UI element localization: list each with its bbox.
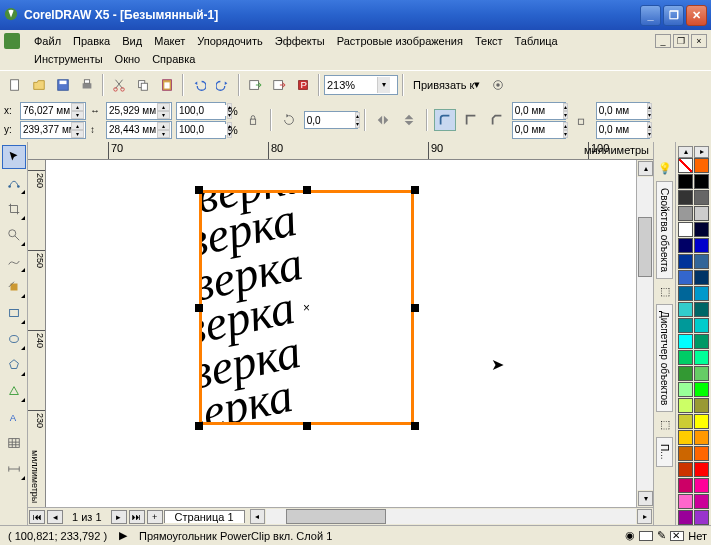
color-swatch[interactable] <box>678 334 693 349</box>
close-button[interactable]: ✕ <box>686 5 707 26</box>
save-button[interactable] <box>52 74 74 96</box>
color-swatch[interactable] <box>678 302 693 317</box>
zoom-combo[interactable]: ▾ <box>324 75 398 95</box>
color-swatch[interactable] <box>694 398 709 413</box>
color-swatch[interactable] <box>694 462 709 477</box>
paste-button[interactable] <box>156 74 178 96</box>
docker-object-properties[interactable]: Свойства объекта <box>656 181 673 279</box>
x-field[interactable]: ▴▾ <box>20 102 86 120</box>
selection-handle[interactable] <box>411 304 419 312</box>
export-button[interactable] <box>268 74 290 96</box>
selection-handle[interactable] <box>195 304 203 312</box>
scroll-down-button[interactable]: ▾ <box>638 491 653 506</box>
color-swatch[interactable] <box>678 238 693 253</box>
lock-ratio-button[interactable] <box>242 109 264 131</box>
new-button[interactable] <box>4 74 26 96</box>
menu-layout[interactable]: Макет <box>148 33 191 49</box>
color-swatch[interactable] <box>694 350 709 365</box>
selection-handle[interactable] <box>195 186 203 194</box>
color-swatch[interactable] <box>678 222 693 237</box>
next-page-button[interactable]: ▸ <box>111 510 127 524</box>
snap-dropdown[interactable]: Привязать к ▾ <box>408 74 485 96</box>
color-swatch[interactable] <box>678 478 693 493</box>
menu-table[interactable]: Таблица <box>509 33 564 49</box>
color-swatch[interactable] <box>678 158 693 173</box>
corner-shape2-button[interactable] <box>460 109 482 131</box>
color-swatch[interactable] <box>678 190 693 205</box>
color-swatch[interactable] <box>694 334 709 349</box>
width-field[interactable]: ▴▾ <box>106 102 172 120</box>
import-button[interactable] <box>244 74 266 96</box>
color-swatch[interactable] <box>678 414 693 429</box>
color-swatch[interactable] <box>694 254 709 269</box>
maximize-button[interactable]: ❐ <box>663 5 684 26</box>
text-tool[interactable]: A <box>2 405 26 429</box>
selection-handle[interactable] <box>303 422 311 430</box>
horizontal-ruler[interactable]: 70 80 90 100 миллиметры <box>28 142 653 160</box>
color-swatch[interactable] <box>678 462 693 477</box>
selection-handle[interactable] <box>195 422 203 430</box>
color-swatch[interactable] <box>678 494 693 509</box>
color-swatch[interactable] <box>694 478 709 493</box>
color-swatch[interactable] <box>678 286 693 301</box>
zoom-tool[interactable] <box>2 223 26 247</box>
color-swatch[interactable] <box>694 222 709 237</box>
scroll-right-button[interactable]: ▸ <box>637 509 652 524</box>
menu-file[interactable]: Файл <box>28 33 67 49</box>
color-swatch[interactable] <box>694 318 709 333</box>
add-page-button[interactable]: + <box>147 510 163 524</box>
ellipse-tool[interactable] <box>2 327 26 351</box>
basic-shapes-tool[interactable] <box>2 379 26 403</box>
options-button[interactable] <box>487 74 509 96</box>
color-swatch[interactable] <box>678 510 693 525</box>
mdi-minimize-button[interactable]: _ <box>655 34 671 48</box>
color-swatch[interactable] <box>678 398 693 413</box>
mirror-v-button[interactable] <box>398 109 420 131</box>
menu-edit[interactable]: Правка <box>67 33 116 49</box>
menu-window[interactable]: Окно <box>109 51 147 67</box>
print-button[interactable] <box>76 74 98 96</box>
color-swatch[interactable] <box>678 446 693 461</box>
first-page-button[interactable]: ⏮ <box>29 510 45 524</box>
color-swatch[interactable] <box>678 206 693 221</box>
cut-button[interactable] <box>108 74 130 96</box>
scroll-thumb[interactable] <box>638 217 652 277</box>
color-swatch[interactable] <box>694 286 709 301</box>
pick-tool[interactable] <box>2 145 26 169</box>
color-swatch[interactable] <box>678 270 693 285</box>
undo-button[interactable] <box>188 74 210 96</box>
crop-tool[interactable] <box>2 197 26 221</box>
color-swatch[interactable] <box>694 158 709 173</box>
color-swatch[interactable] <box>678 350 693 365</box>
copy-button[interactable] <box>132 74 154 96</box>
color-swatch[interactable] <box>694 510 709 525</box>
color-swatch[interactable] <box>694 302 709 317</box>
redo-button[interactable] <box>212 74 234 96</box>
color-swatch[interactable] <box>678 382 693 397</box>
polygon-tool[interactable] <box>2 353 26 377</box>
minimize-button[interactable]: _ <box>640 5 661 26</box>
selection-handle[interactable] <box>411 422 419 430</box>
smart-fill-tool[interactable] <box>2 275 26 299</box>
rotation-field[interactable]: ▴▾ <box>304 111 358 129</box>
color-swatch[interactable] <box>694 190 709 205</box>
canvas[interactable]: роверка роверка роверка роверка роверка … <box>46 160 636 507</box>
dimension-tool[interactable] <box>2 457 26 481</box>
prev-page-button[interactable]: ◂ <box>47 510 63 524</box>
mirror-h-button[interactable] <box>372 109 394 131</box>
hint-icon[interactable]: 💡 <box>658 162 672 175</box>
color-swatch[interactable] <box>694 414 709 429</box>
dropdown-icon[interactable]: ▾ <box>377 77 390 93</box>
corner-tr-field[interactable]: ▴▾ <box>596 102 650 120</box>
color-swatch[interactable] <box>678 254 693 269</box>
freehand-tool[interactable] <box>2 249 26 273</box>
color-swatch[interactable] <box>678 318 693 333</box>
menu-effects[interactable]: Эффекты <box>269 33 331 49</box>
last-page-button[interactable]: ⏭ <box>129 510 145 524</box>
vertical-scrollbar[interactable]: ▴ ▾ <box>636 160 653 507</box>
mdi-close-button[interactable]: × <box>691 34 707 48</box>
corner-tl-field[interactable]: ▴▾ <box>512 102 566 120</box>
menu-view[interactable]: Вид <box>116 33 148 49</box>
zoom-input[interactable] <box>327 77 377 93</box>
scale-x-field[interactable]: ▴▾ <box>176 102 226 120</box>
